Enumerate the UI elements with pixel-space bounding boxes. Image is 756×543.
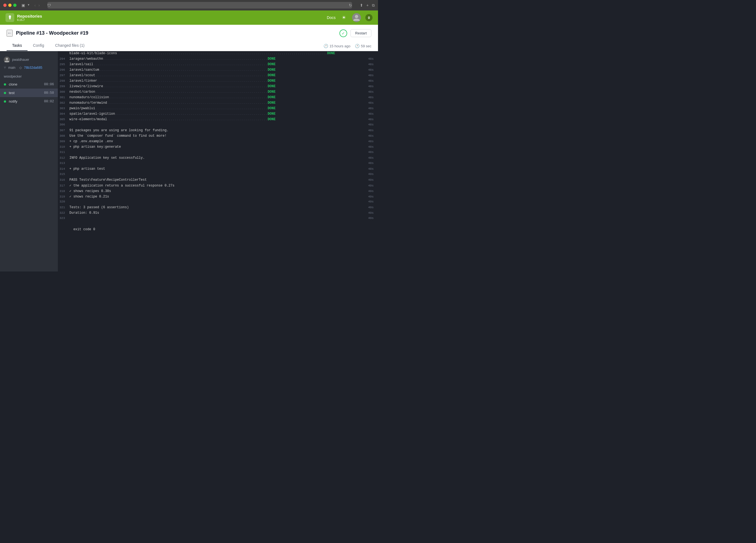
traffic-lights: [3, 4, 17, 7]
back-button[interactable]: ←: [7, 30, 13, 37]
log-line: 313 48s: [58, 161, 378, 167]
line-content: laravel/sail............................…: [69, 62, 367, 66]
line-number: 312: [58, 156, 69, 160]
line-content: exit code 0: [69, 228, 367, 231]
line-time: 48s: [367, 134, 378, 138]
share-icon[interactable]: ⬆: [360, 3, 363, 8]
log-line: 301 nunomaduro/collision................…: [58, 95, 378, 101]
chrome-right-actions: ⬆ + ⧉: [360, 3, 375, 8]
logo-icon: [6, 13, 14, 22]
line-content: spatie/laravel-ignition.................…: [69, 112, 367, 116]
line-number: 309: [58, 140, 69, 143]
theme-toggle-icon[interactable]: ☀: [340, 14, 348, 21]
hash-icon: ◇: [19, 66, 22, 70]
app-logo[interactable]: Repositories 0.15.7: [6, 13, 42, 22]
line-time: 48s: [367, 68, 378, 72]
line-number: 304: [58, 112, 69, 116]
log-line: 314 + php artisan test 48s: [58, 167, 378, 172]
tab-overview-icon[interactable]: ⧉: [372, 3, 375, 8]
log-line: 296 laravel/sanctum.....................…: [58, 68, 378, 73]
log-line: 321 Tests: 3 passed (6 assertions) 49s: [58, 205, 378, 211]
line-time: 49s: [367, 178, 378, 182]
line-time: 48s: [367, 90, 378, 94]
line-time: 49s: [367, 195, 378, 198]
log-line: 300 nesbot/carbon.......................…: [58, 90, 378, 95]
forward-icon[interactable]: ›: [39, 3, 40, 7]
log-line: 295 laravel/sail........................…: [58, 62, 378, 68]
close-button[interactable]: [3, 4, 7, 7]
line-number: 295: [58, 63, 69, 66]
notification-badge[interactable]: 0: [365, 14, 372, 21]
line-number: 323: [58, 217, 69, 220]
log-line: 305 wire-elements/modal.................…: [58, 117, 378, 123]
line-number: 299: [58, 85, 69, 88]
log-line: 322 Duration: 0.91s 49s: [58, 211, 378, 216]
log-line: [58, 222, 378, 227]
step-clone[interactable]: clone 00:06: [0, 80, 58, 89]
line-content: wire-elements/modal.....................…: [69, 118, 367, 121]
back-icon[interactable]: ‹: [34, 3, 36, 7]
sidebar: pwaldhauer ⑂ main ◇ 78b32da685 woodpecke…: [0, 51, 58, 272]
line-time: 48s: [367, 74, 378, 77]
line-content: nesbot/carbon...........................…: [69, 90, 367, 94]
line-number: 302: [58, 101, 69, 105]
line-number: 319: [58, 195, 69, 198]
line-content: + cp .env.example .env: [69, 140, 367, 143]
svg-point-4: [6, 58, 8, 60]
step-dot-notify: [4, 100, 6, 103]
restart-button[interactable]: Restart: [350, 29, 371, 37]
log-line: 297 laravel/scout.......................…: [58, 73, 378, 79]
line-content: laravel/sanctum.........................…: [69, 68, 367, 72]
line-time: 48s: [367, 112, 378, 116]
docs-link[interactable]: Docs: [327, 15, 336, 20]
tabs-row: Tasks Config Changed files (1) 🕐 15 hour…: [7, 40, 371, 51]
woodpecker-logo-svg: [7, 15, 13, 20]
line-time: 48s: [367, 156, 378, 160]
avatar[interactable]: [352, 13, 361, 22]
timer-icon: 🕐: [355, 44, 360, 48]
tab-config[interactable]: Config: [28, 40, 50, 51]
chevron-down-icon[interactable]: ▾: [28, 3, 29, 7]
line-content: laravel/scout...........................…: [69, 73, 367, 77]
minimize-button[interactable]: [8, 4, 12, 7]
step-test-label: test: [9, 91, 44, 95]
line-time: 49s: [367, 173, 378, 176]
line-content: ✓ the application returns a successful r…: [69, 184, 367, 188]
app-header: Repositories 0.15.7 Docs ☀ 0: [0, 10, 378, 25]
line-number: 321: [58, 206, 69, 209]
branch-label: main: [8, 66, 15, 70]
line-number: 306: [58, 123, 69, 126]
reload-icon[interactable]: ↻: [349, 3, 352, 7]
line-number: 301: [58, 96, 69, 99]
new-tab-icon[interactable]: +: [366, 3, 369, 8]
line-content: + php artisan test: [69, 167, 367, 171]
line-content: laragear/webauthn.......................…: [69, 57, 367, 61]
sidebar-toggle-icon[interactable]: ▣: [21, 3, 25, 7]
line-content: nunomaduro/termwind.....................…: [69, 101, 367, 105]
tab-changed-files[interactable]: Changed files (1): [50, 40, 90, 51]
address-bar[interactable]: 🛡 ↻: [47, 2, 352, 9]
line-number: 315: [58, 173, 69, 176]
maximize-button[interactable]: [13, 4, 17, 7]
app-header-right: Docs ☀ 0: [327, 13, 372, 22]
line-content: INFO Application key set successfully.: [69, 156, 367, 160]
line-time: 48s: [367, 118, 378, 121]
pipeline-title: Pipeline #13 - Woodpecker #19: [16, 30, 88, 36]
line-number: 320: [58, 200, 69, 203]
user-avatar-svg: [352, 13, 361, 22]
log-line: 311 48s: [58, 150, 378, 156]
step-notify-label: notify: [9, 99, 44, 103]
line-time: 49s: [367, 211, 378, 215]
step-notify[interactable]: notify 00:02: [0, 97, 58, 106]
main-content: pwaldhauer ⑂ main ◇ 78b32da685 woodpecke…: [0, 51, 378, 272]
line-time: 49s: [367, 190, 378, 193]
meta-time: 🕐 15 hours ago: [323, 44, 350, 48]
line-number: 308: [58, 134, 69, 138]
tab-tasks[interactable]: Tasks: [7, 40, 28, 51]
pipeline-tabs: Tasks Config Changed files (1): [7, 40, 90, 51]
line-content: livewire/livewire.......................…: [69, 85, 367, 88]
line-time: 49s: [367, 184, 378, 187]
pipeline-meta: 🕐 15 hours ago 🕐 59 sec: [323, 44, 371, 51]
step-test[interactable]: test 00:50: [0, 89, 58, 97]
log-line: 320 49s: [58, 200, 378, 205]
